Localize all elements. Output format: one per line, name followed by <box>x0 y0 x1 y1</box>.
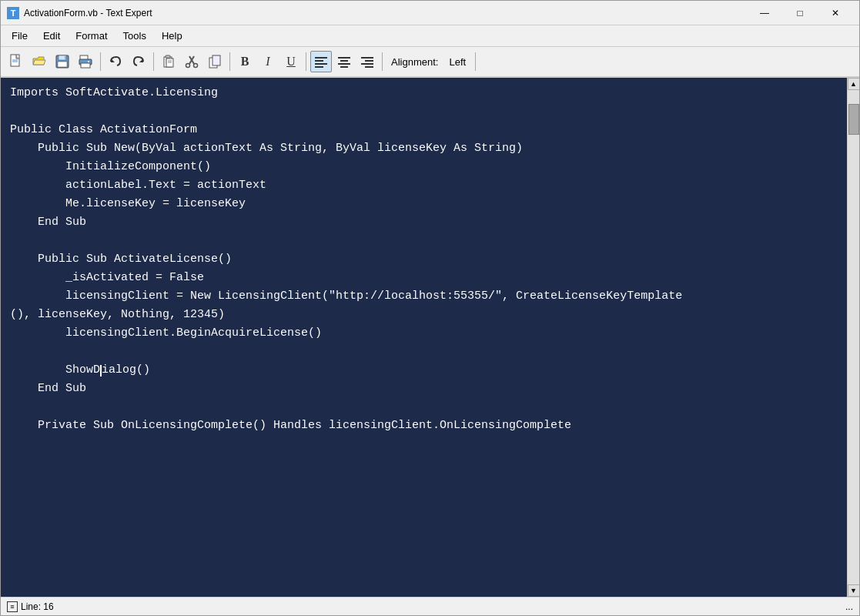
clipboard-icon <box>161 54 176 69</box>
svg-rect-9 <box>81 63 90 68</box>
clipboard-button[interactable] <box>158 51 179 72</box>
save-button[interactable] <box>52 51 73 72</box>
print-button[interactable] <box>75 51 96 72</box>
align-right-icon <box>360 54 375 69</box>
text-cursor <box>100 365 102 377</box>
svg-point-23 <box>186 64 190 68</box>
code-editor[interactable]: Imports SoftActivate.Licensing Public Cl… <box>1 78 847 597</box>
save-icon <box>55 54 70 69</box>
minimize-button[interactable]: — <box>747 1 782 25</box>
align-center-icon <box>336 54 352 69</box>
separator-2 <box>153 52 154 71</box>
align-left-icon <box>313 54 329 69</box>
main-window: T ActivationForm.vb - Text Expert — □ ✕ … <box>0 0 860 616</box>
status-bar: ≡ Line: 16 ... <box>1 597 859 615</box>
window-title: ActivationForm.vb - Text Expert <box>24 8 747 18</box>
svg-point-10 <box>88 61 89 62</box>
svg-rect-26 <box>212 55 220 65</box>
scroll-down-arrow[interactable]: ▼ <box>848 584 860 597</box>
italic-button[interactable]: I <box>257 51 279 72</box>
menu-bar: File Edit Format Tools Help <box>1 25 859 47</box>
bold-button[interactable]: B <box>234 51 256 72</box>
scroll-thumb[interactable] <box>848 104 859 135</box>
copy-button[interactable] <box>204 51 226 72</box>
align-right-button[interactable] <box>356 51 378 72</box>
svg-rect-14 <box>166 55 170 58</box>
new-button[interactable] <box>5 51 27 72</box>
app-icon: T <box>7 7 19 19</box>
svg-point-24 <box>194 64 198 68</box>
editor-area: Imports SoftActivate.Licensing Public Cl… <box>1 78 859 597</box>
menu-edit[interactable]: Edit <box>35 27 68 45</box>
scroll-up-arrow[interactable]: ▲ <box>848 78 860 90</box>
redo-icon <box>131 54 146 69</box>
open-button[interactable] <box>28 51 50 72</box>
toolbar: B I U <box>1 47 859 78</box>
svg-marker-11 <box>111 59 115 62</box>
separator-4 <box>306 52 306 71</box>
new-icon <box>8 54 24 69</box>
alignment-label: Alignment: <box>386 56 443 68</box>
underline-button[interactable]: U <box>280 51 302 72</box>
undo-icon <box>108 54 123 69</box>
status-line: Line: 16 <box>21 601 54 612</box>
copy-icon <box>207 54 223 69</box>
cut-icon <box>184 54 199 69</box>
open-icon <box>32 54 47 69</box>
vertical-scrollbar[interactable]: ▲ ▼ <box>847 78 859 597</box>
align-center-button[interactable] <box>333 51 355 72</box>
maximize-button[interactable]: □ <box>782 1 818 25</box>
menu-help[interactable]: Help <box>154 27 190 45</box>
separator-6 <box>475 52 476 71</box>
menu-format[interactable]: Format <box>68 27 115 45</box>
separator-5 <box>382 52 383 71</box>
status-right: ... <box>845 601 853 612</box>
title-bar: T ActivationForm.vb - Text Expert — □ ✕ <box>1 1 859 25</box>
undo-button[interactable] <box>105 51 126 72</box>
svg-marker-12 <box>139 59 143 62</box>
redo-button[interactable] <box>128 51 149 72</box>
svg-rect-5 <box>58 62 67 67</box>
print-icon <box>78 54 93 69</box>
separator-1 <box>100 52 101 71</box>
svg-rect-6 <box>65 56 66 59</box>
align-left-button[interactable] <box>310 51 332 72</box>
separator-3 <box>229 52 230 71</box>
status-left: ≡ Line: 16 <box>7 601 54 612</box>
window-controls: — □ ✕ <box>747 1 853 25</box>
menu-tools[interactable]: Tools <box>115 27 154 45</box>
close-button[interactable]: ✕ <box>818 1 853 25</box>
status-icon: ≡ <box>7 601 18 612</box>
alignment-value: Left <box>444 56 470 68</box>
menu-file[interactable]: File <box>4 27 35 45</box>
cut-button[interactable] <box>181 51 202 72</box>
